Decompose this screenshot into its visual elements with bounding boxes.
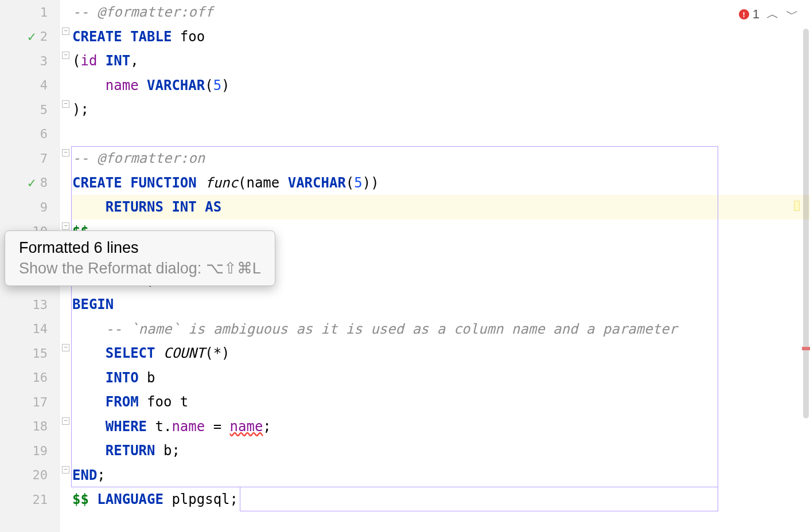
- code-line[interactable]: RETURN b;: [71, 439, 810, 463]
- line-number: 19: [0, 439, 59, 463]
- next-highlight-icon[interactable]: ﹀: [786, 6, 799, 23]
- code-line[interactable]: WHERE t.name = name;: [71, 414, 810, 439]
- line-number: 1: [0, 0, 59, 25]
- code-line[interactable]: END;: [71, 463, 810, 488]
- line-number: 6: [0, 122, 59, 147]
- fold-toggle[interactable]: −: [62, 52, 69, 59]
- line-number: 14: [0, 317, 59, 342]
- code-line[interactable]: name VARCHAR(5): [71, 73, 810, 98]
- line-number: 21: [0, 487, 59, 512]
- code-line[interactable]: FROM foo t: [71, 390, 810, 414]
- fold-toggle[interactable]: −: [62, 344, 69, 351]
- fold-toggle[interactable]: −: [62, 149, 69, 157]
- line-number: 20: [0, 463, 59, 488]
- code-line[interactable]: $$ LANGUAGE plpgsql;: [71, 487, 810, 512]
- line-number: 7: [0, 146, 59, 171]
- code-line[interactable]: BEGIN: [71, 292, 810, 317]
- fold-toggle[interactable]: −: [62, 417, 69, 425]
- fold-toggle[interactable]: −: [62, 100, 69, 108]
- tooltip-shortcut: Show the Reformat dialog: ⌥⇧⌘L: [19, 259, 261, 277]
- scroll-thumb[interactable]: [803, 29, 809, 418]
- code-line-current[interactable]: RETURNS INT AS: [71, 195, 810, 220]
- error-count: 1: [753, 7, 760, 22]
- line-number: 4: [0, 73, 59, 98]
- code-line[interactable]: [71, 122, 810, 147]
- code-line[interactable]: -- `name` is ambiguous as it is used as …: [71, 317, 810, 342]
- code-line[interactable]: SELECT COUNT(*): [71, 341, 810, 366]
- line-number: 18: [0, 414, 59, 439]
- code-line[interactable]: INTO b: [71, 366, 810, 390]
- code-line[interactable]: );: [71, 97, 810, 122]
- line-number: 17: [0, 390, 59, 414]
- error-icon: !: [739, 9, 749, 19]
- code-line[interactable]: -- @formatter:off: [71, 0, 810, 25]
- line-number: 13: [0, 292, 59, 317]
- line-number: ✓ 2: [0, 25, 59, 49]
- scrollbar[interactable]: [802, 29, 810, 430]
- inspection-widget[interactable]: ! 1 ︿ ﹀: [739, 6, 799, 23]
- line-number: 5: [0, 97, 59, 122]
- fold-toggle[interactable]: −: [62, 466, 69, 474]
- hint-marker[interactable]: [794, 201, 800, 211]
- tooltip-title: Formatted 6 lines: [19, 239, 261, 257]
- error-token: name: [230, 418, 263, 435]
- line-number: ✓ 8: [0, 171, 59, 195]
- check-icon: ✓: [28, 175, 36, 191]
- error-badge[interactable]: ! 1: [739, 7, 760, 22]
- check-icon: ✓: [28, 29, 36, 45]
- line-number: 9: [0, 195, 59, 220]
- error-marker[interactable]: [802, 347, 810, 350]
- line-number: 3: [0, 49, 59, 73]
- prev-highlight-icon[interactable]: ︿: [766, 6, 779, 23]
- code-line[interactable]: -- @formatter:on: [71, 146, 810, 171]
- code-line[interactable]: CREATE TABLE foo: [71, 25, 810, 49]
- reformat-tooltip: Formatted 6 lines Show the Reformat dial…: [5, 230, 275, 286]
- fold-toggle[interactable]: −: [62, 28, 69, 35]
- code-line[interactable]: CREATE FUNCTION func(name VARCHAR(5)): [71, 171, 810, 195]
- line-number: 16: [0, 366, 59, 390]
- line-number: 15: [0, 341, 59, 366]
- code-line[interactable]: (id INT,: [71, 49, 810, 73]
- fold-toggle[interactable]: −: [62, 222, 69, 230]
